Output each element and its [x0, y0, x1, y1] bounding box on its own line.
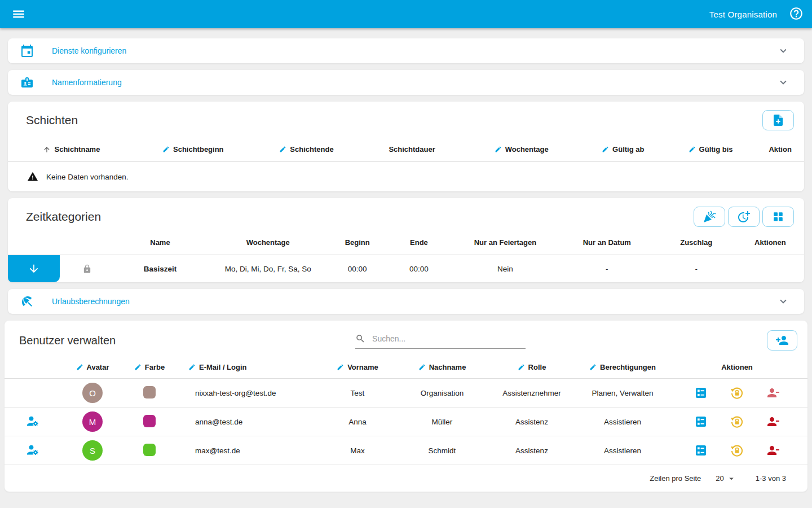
- column-label: Name: [150, 238, 170, 247]
- edit-icon: [134, 364, 142, 371]
- beach-umbrella-icon: [20, 295, 34, 308]
- cell-rolle: Assistenz: [485, 418, 579, 426]
- celebration-icon: [703, 210, 716, 224]
- lock-reset-icon: [730, 415, 744, 428]
- reset-password-button[interactable]: [730, 415, 744, 428]
- reset-password-button[interactable]: [730, 386, 744, 400]
- cell-zuschlag: -: [656, 265, 736, 273]
- edit-icon: [689, 146, 696, 153]
- column-label: Ende: [410, 238, 428, 247]
- column-header-avatar[interactable]: Avatar: [61, 363, 124, 371]
- cell-nachname: Organisation: [399, 389, 485, 397]
- locked-indicator: [60, 264, 114, 274]
- add-user-button[interactable]: [767, 330, 797, 351]
- color-swatch: [143, 386, 156, 398]
- user-details-button[interactable]: [694, 415, 708, 428]
- user-row: M anna@test.de Anna Müller Assistenz Ass…: [5, 408, 807, 436]
- cell-aktionen: [667, 444, 807, 457]
- column-header-vorname[interactable]: Vorname: [316, 363, 399, 371]
- chevron-down-icon[interactable]: [777, 45, 789, 57]
- search-field[interactable]: [355, 333, 526, 349]
- manage-accounts-icon[interactable]: [26, 444, 39, 457]
- avatar: O: [82, 383, 103, 403]
- column-header-farbe[interactable]: Farbe: [124, 363, 175, 371]
- menu-button[interactable]: [9, 5, 28, 24]
- column-header-rolle[interactable]: Rolle: [485, 363, 579, 371]
- cell-nur-an-feiertagen: Nein: [453, 265, 558, 273]
- lock-reset-icon: [730, 444, 744, 457]
- chevron-down-icon[interactable]: [777, 76, 789, 89]
- cell-rolle: Assistenz: [485, 446, 579, 455]
- ballot-list-icon: [694, 444, 708, 457]
- column-header-ende: Ende: [385, 238, 453, 247]
- manage-accounts-icon[interactable]: [26, 415, 39, 428]
- schichten-table-header: Schichtname Schichtbeginn Schichtende Sc…: [8, 130, 804, 161]
- user-details-button[interactable]: [694, 444, 708, 457]
- panel-namenformatierung[interactable]: Namenformatierung: [8, 70, 804, 95]
- panel-label: Urlaubsberechnungen: [52, 297, 130, 306]
- column-header-nachname[interactable]: Nachname: [399, 363, 485, 371]
- edit-icon: [162, 146, 170, 153]
- column-header-email-login[interactable]: E-Mail / Login: [175, 363, 316, 371]
- cell-row-icon: [5, 444, 61, 457]
- remove-user-button[interactable]: [766, 415, 780, 428]
- edit-icon: [337, 364, 344, 371]
- holiday-wizard-button[interactable]: [694, 207, 725, 227]
- column-label: Berechtigungen: [600, 363, 656, 371]
- column-header-schichtname[interactable]: Schichtname: [8, 145, 135, 154]
- column-header-schichtbeginn[interactable]: Schichtbeginn: [135, 145, 251, 154]
- column-label: Wochentage: [505, 145, 549, 154]
- remove-user-button[interactable]: [766, 444, 780, 457]
- section-title: Schichten: [26, 113, 78, 127]
- color-swatch: [143, 415, 156, 427]
- help-button[interactable]: [788, 6, 804, 22]
- expand-row-button[interactable]: [8, 255, 60, 282]
- benutzer-verwalten-section: Benutzer verwalten Avatar Farbe: [5, 321, 807, 492]
- column-header-aktionen: Aktionen: [667, 363, 807, 371]
- column-header-gueltig-ab[interactable]: Gültig ab: [581, 145, 665, 154]
- cell-berechtigungen: Assistieren: [579, 446, 667, 455]
- column-header-zuschlag: Zuschlag: [656, 238, 736, 247]
- add-zeitkategorie-button[interactable]: [728, 207, 760, 227]
- user-row: O nixxah-test-org@test.de Test Organisat…: [5, 379, 807, 408]
- column-label: Rolle: [528, 363, 546, 371]
- add-schicht-button[interactable]: [762, 110, 794, 130]
- rows-per-page-select[interactable]: 20: [716, 474, 736, 484]
- schichten-section: Schichten Schichtname Schichtbeginn Schi…: [8, 102, 804, 191]
- add-time-icon: [737, 210, 751, 224]
- cell-avatar: O: [61, 383, 124, 403]
- panel-dienste-konfigurieren[interactable]: Dienste konfigurieren: [8, 38, 804, 63]
- badge-icon: [20, 76, 34, 89]
- column-header-gueltig-bis[interactable]: Gültig bis: [665, 145, 756, 154]
- column-header-wochentage[interactable]: Wochentage: [462, 145, 581, 154]
- lock-reset-icon: [730, 386, 744, 400]
- zeitkategorien-table-header: Name Wochentage Beginn Ende Nur an Feier…: [8, 227, 804, 255]
- column-header-berechtigungen[interactable]: Berechtigungen: [579, 363, 667, 371]
- panel-urlaubsberechnungen[interactable]: Urlaubsberechnungen: [8, 289, 804, 314]
- user-details-button[interactable]: [694, 386, 708, 400]
- column-label: Nur an Datum: [583, 238, 631, 247]
- cell-wochentage: Mo, Di, Mi, Do, Fr, Sa, So: [206, 265, 330, 273]
- cell-aktionen: [667, 415, 807, 428]
- cell-berechtigungen: Planen, Verwalten: [579, 389, 667, 397]
- column-header-schichtende[interactable]: Schichtende: [251, 145, 363, 154]
- reset-password-button[interactable]: [730, 444, 744, 457]
- column-label: Wochentage: [246, 238, 290, 247]
- chevron-down-icon[interactable]: [777, 295, 789, 308]
- column-header-aktion: Aktion: [756, 145, 804, 154]
- column-label: Aktionen: [754, 238, 786, 247]
- column-label: Nur an Feiertagen: [474, 238, 537, 247]
- cell-email: max@test.de: [175, 446, 316, 455]
- remove-user-button[interactable]: [766, 386, 780, 400]
- zeitkategorien-header: Zeitkategorien: [8, 198, 804, 227]
- edit-icon: [188, 364, 196, 371]
- column-label: Schichtende: [290, 145, 333, 154]
- cell-farbe: [124, 386, 175, 400]
- cell-berechtigungen: Assistieren: [579, 418, 667, 426]
- sort-ascending-icon: [43, 146, 51, 154]
- column-header-name: Name: [114, 238, 206, 247]
- help-icon: [789, 6, 804, 21]
- search-input[interactable]: [371, 334, 526, 344]
- cell-row-icon: [5, 415, 61, 428]
- grid-view-button[interactable]: [762, 207, 794, 227]
